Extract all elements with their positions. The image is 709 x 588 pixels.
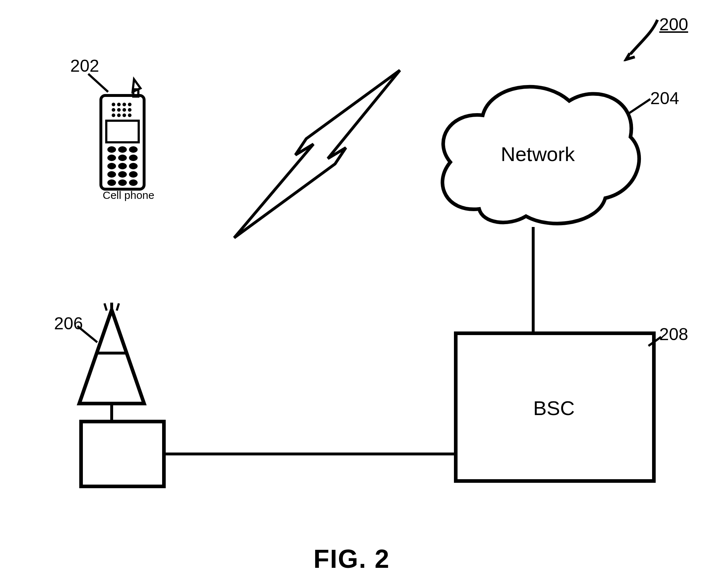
figure-label: FIG. 2 [313, 544, 390, 574]
svg-point-29 [118, 179, 127, 186]
svg-rect-41 [81, 422, 164, 486]
svg-point-24 [129, 163, 138, 169]
svg-line-42 [77, 326, 97, 342]
svg-point-22 [107, 163, 116, 169]
svg-point-11 [112, 113, 115, 117]
svg-point-10 [128, 108, 131, 112]
bsc-label: BSC [533, 396, 575, 420]
svg-point-21 [129, 155, 138, 161]
svg-point-20 [118, 155, 127, 161]
figure-canvas: 200 202 Cell phone [0, 0, 709, 588]
svg-point-5 [122, 103, 126, 106]
svg-point-3 [112, 103, 115, 106]
svg-point-14 [128, 113, 131, 117]
ref-tower-leader [76, 324, 101, 346]
ref-network-leader [627, 97, 656, 119]
svg-point-23 [118, 163, 127, 169]
svg-point-9 [122, 108, 126, 112]
network-label: Network [501, 142, 575, 166]
svg-point-7 [112, 108, 115, 112]
link-bsc-tower [162, 450, 458, 458]
svg-point-4 [117, 103, 121, 106]
ref-system-number: 200 [659, 14, 688, 34]
ref-system-leader [623, 14, 659, 61]
svg-point-28 [107, 179, 116, 186]
svg-point-13 [122, 113, 126, 117]
svg-point-8 [117, 108, 121, 112]
phone-caption: Cell phone [103, 189, 154, 201]
ref-bsc-leader [647, 335, 665, 349]
svg-line-34 [648, 337, 661, 346]
cellphone-icon [94, 76, 155, 195]
svg-line-39 [117, 303, 119, 311]
svg-rect-15 [106, 121, 139, 142]
svg-point-27 [129, 171, 138, 178]
svg-point-18 [129, 146, 138, 153]
svg-point-19 [107, 155, 116, 161]
svg-point-26 [118, 171, 127, 178]
svg-point-6 [128, 103, 131, 106]
svg-point-12 [117, 113, 121, 117]
svg-line-38 [104, 303, 107, 311]
svg-point-16 [107, 146, 116, 153]
svg-point-25 [107, 171, 116, 178]
svg-line-31 [629, 99, 650, 113]
wireless-link-icon [223, 61, 411, 249]
link-network-bsc [530, 227, 537, 335]
svg-point-30 [129, 179, 138, 186]
svg-point-17 [118, 146, 127, 153]
